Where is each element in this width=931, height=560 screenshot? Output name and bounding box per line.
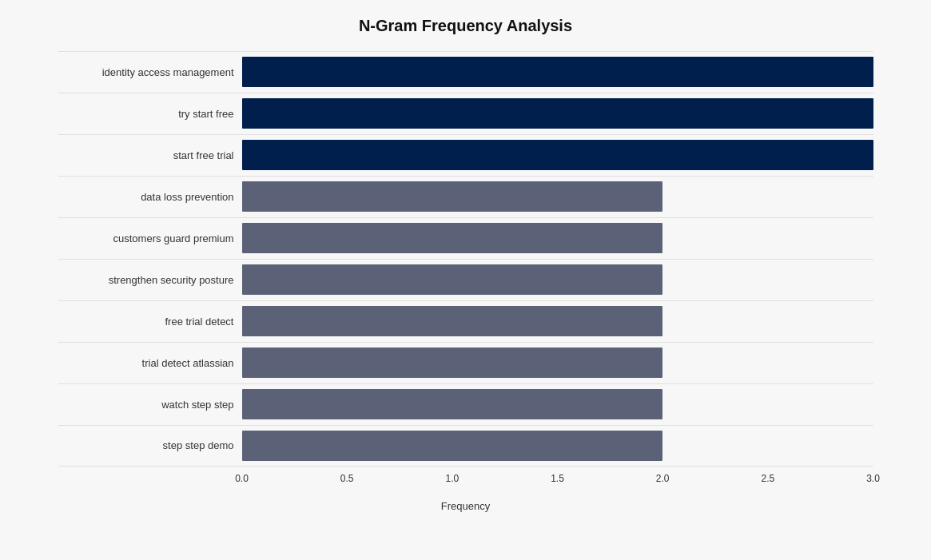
chart-title: N-Gram Frequency Analysis (58, 17, 873, 35)
bar-row: strengthen security posture (58, 259, 873, 300)
bar-track (242, 431, 873, 461)
bar-label: customers guard premium (58, 232, 242, 244)
bar-track (242, 389, 873, 419)
bar-fill (242, 57, 873, 87)
bar-track (242, 181, 873, 212)
x-tick: 1.0 (445, 473, 459, 484)
bar-fill (242, 389, 663, 419)
x-tick: 0.5 (340, 473, 354, 484)
bar-track (242, 223, 873, 253)
bar-fill (242, 140, 873, 170)
bar-track (242, 348, 873, 378)
bar-label: try start free (58, 108, 242, 120)
bar-row: trial detect atlassian (58, 342, 873, 383)
bar-row: customers guard premium (58, 217, 873, 259)
bar-track (242, 140, 873, 170)
bar-row: start free trial (58, 134, 873, 176)
bar-row: try start free (58, 93, 873, 134)
bar-fill (242, 431, 663, 461)
bar-label: free trial detect (58, 316, 242, 328)
bar-fill (242, 348, 663, 378)
x-tick: 1.5 (551, 473, 564, 484)
bar-fill (242, 181, 663, 212)
x-axis: 0.00.51.01.52.02.53.0 (58, 473, 873, 497)
x-tick: 0.0 (235, 473, 249, 484)
x-tick: 2.5 (761, 473, 774, 484)
bar-label: identity access management (58, 66, 242, 78)
bar-row: watch step step (58, 383, 873, 425)
chart-area: identity access managementtry start free… (58, 51, 873, 467)
bar-label: step step demo (58, 439, 242, 451)
bar-label: trial detect atlassian (58, 357, 242, 369)
bar-track (242, 306, 873, 336)
bar-fill (242, 264, 663, 295)
bar-row: step step demo (58, 425, 873, 467)
bar-label: strengthen security posture (58, 274, 242, 286)
bar-row: identity access management (58, 51, 873, 93)
bar-fill (242, 306, 663, 336)
bar-track (242, 264, 873, 295)
bar-row: free trial detect (58, 300, 873, 342)
chart-container: N-Gram Frequency Analysis identity acces… (26, 1, 905, 560)
bar-label: data loss prevention (58, 191, 242, 203)
x-axis-label: Frequency (58, 500, 873, 512)
bar-track (242, 98, 873, 129)
bar-label: start free trial (58, 149, 242, 161)
bar-fill (242, 98, 873, 129)
x-axis-inner: 0.00.51.01.52.02.53.0 (242, 473, 873, 497)
bar-row: data loss prevention (58, 176, 873, 217)
bar-track (242, 57, 873, 87)
bar-label: watch step step (58, 399, 242, 411)
x-tick: 3.0 (866, 473, 880, 484)
bar-fill (242, 223, 663, 253)
x-tick: 2.0 (656, 473, 670, 484)
